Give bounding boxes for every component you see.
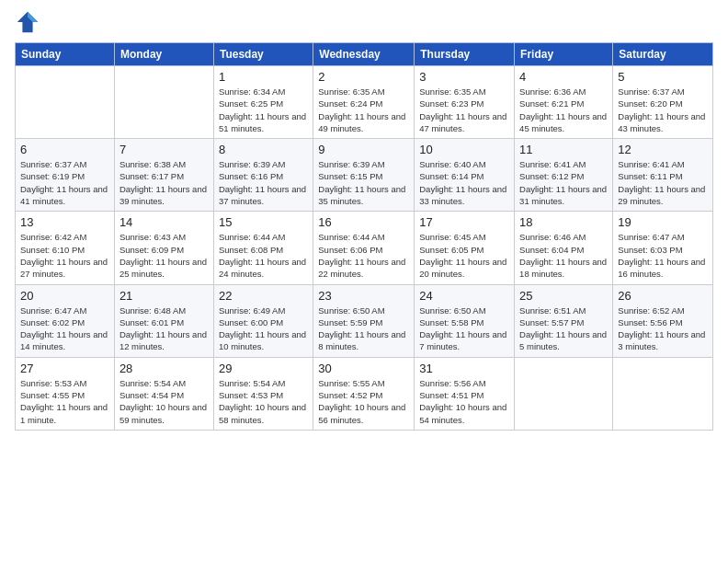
day-info: Sunrise: 6:34 AM Sunset: 6:25 PM Dayligh…: [219, 86, 308, 134]
calendar-table: SundayMondayTuesdayWednesdayThursdayFrid…: [15, 42, 713, 431]
day-info: Sunrise: 6:36 AM Sunset: 6:21 PM Dayligh…: [519, 86, 608, 134]
day-number: 18: [519, 215, 608, 229]
weekday-header: Monday: [114, 43, 213, 66]
weekday-header: Thursday: [415, 43, 515, 66]
day-info: Sunrise: 6:50 AM Sunset: 5:58 PM Dayligh…: [419, 304, 509, 353]
day-info: Sunrise: 6:35 AM Sunset: 6:24 PM Dayligh…: [318, 86, 409, 134]
calendar-cell: [613, 357, 713, 430]
calendar-cell: 25Sunrise: 6:51 AM Sunset: 5:57 PM Dayli…: [515, 284, 613, 357]
day-number: 9: [318, 143, 409, 156]
calendar-cell: 28Sunrise: 5:54 AM Sunset: 4:54 PM Dayli…: [114, 357, 213, 430]
day-number: 28: [119, 362, 209, 375]
calendar-week-row: 1Sunrise: 6:34 AM Sunset: 6:25 PM Daylig…: [16, 66, 713, 139]
weekday-header: Tuesday: [213, 43, 313, 66]
calendar-cell: 15Sunrise: 6:44 AM Sunset: 6:08 PM Dayli…: [213, 212, 313, 284]
day-number: 4: [519, 70, 608, 84]
weekday-header: Wednesday: [313, 43, 415, 66]
day-info: Sunrise: 5:56 AM Sunset: 4:51 PM Dayligh…: [419, 377, 509, 426]
calendar-cell: 29Sunrise: 5:54 AM Sunset: 4:53 PM Dayli…: [213, 357, 313, 430]
day-number: 19: [618, 215, 708, 229]
day-info: Sunrise: 6:35 AM Sunset: 6:23 PM Dayligh…: [419, 86, 509, 134]
day-number: 22: [219, 289, 308, 303]
day-number: 11: [519, 143, 608, 156]
day-number: 29: [219, 362, 308, 375]
calendar-cell: 11Sunrise: 6:41 AM Sunset: 6:12 PM Dayli…: [515, 139, 613, 212]
day-info: Sunrise: 6:49 AM Sunset: 6:00 PM Dayligh…: [219, 304, 308, 353]
day-info: Sunrise: 6:42 AM Sunset: 6:10 PM Dayligh…: [20, 231, 109, 280]
day-number: 1: [219, 70, 308, 84]
day-number: 14: [119, 215, 209, 229]
calendar-cell: 31Sunrise: 5:56 AM Sunset: 4:51 PM Dayli…: [415, 357, 515, 430]
day-number: 21: [119, 289, 209, 303]
day-info: Sunrise: 6:39 AM Sunset: 6:15 PM Dayligh…: [318, 158, 409, 207]
day-number: 10: [419, 143, 509, 156]
calendar-cell: 30Sunrise: 5:55 AM Sunset: 4:52 PM Dayli…: [313, 357, 415, 430]
day-number: 7: [119, 143, 209, 156]
calendar-cell: 20Sunrise: 6:47 AM Sunset: 6:02 PM Dayli…: [16, 284, 115, 357]
day-info: Sunrise: 6:41 AM Sunset: 6:11 PM Dayligh…: [618, 158, 708, 207]
calendar-cell: 27Sunrise: 5:53 AM Sunset: 4:55 PM Dayli…: [16, 357, 115, 430]
day-number: 12: [618, 143, 708, 156]
calendar-week-row: 20Sunrise: 6:47 AM Sunset: 6:02 PM Dayli…: [16, 284, 713, 357]
calendar-cell: [515, 357, 613, 430]
day-info: Sunrise: 6:44 AM Sunset: 6:08 PM Dayligh…: [219, 231, 308, 280]
calendar-cell: 8Sunrise: 6:39 AM Sunset: 6:16 PM Daylig…: [213, 139, 313, 212]
day-info: Sunrise: 6:37 AM Sunset: 6:20 PM Dayligh…: [618, 86, 708, 134]
day-info: Sunrise: 6:37 AM Sunset: 6:19 PM Dayligh…: [20, 158, 109, 207]
weekday-header: Friday: [515, 43, 613, 66]
logo: [15, 9, 44, 35]
logo-icon: [15, 9, 40, 35]
calendar-cell: 9Sunrise: 6:39 AM Sunset: 6:15 PM Daylig…: [313, 139, 415, 212]
day-info: Sunrise: 6:46 AM Sunset: 6:04 PM Dayligh…: [519, 231, 608, 280]
day-info: Sunrise: 6:40 AM Sunset: 6:14 PM Dayligh…: [419, 158, 509, 207]
weekday-header: Sunday: [16, 43, 115, 66]
day-info: Sunrise: 5:55 AM Sunset: 4:52 PM Dayligh…: [318, 377, 409, 426]
day-number: 2: [318, 70, 409, 84]
calendar-cell: 6Sunrise: 6:37 AM Sunset: 6:19 PM Daylig…: [16, 139, 115, 212]
day-number: 3: [419, 70, 509, 84]
day-info: Sunrise: 6:39 AM Sunset: 6:16 PM Dayligh…: [219, 158, 308, 207]
calendar-cell: 24Sunrise: 6:50 AM Sunset: 5:58 PM Dayli…: [415, 284, 515, 357]
calendar-cell: [16, 66, 115, 139]
day-number: 20: [20, 289, 109, 303]
calendar-cell: 12Sunrise: 6:41 AM Sunset: 6:11 PM Dayli…: [613, 139, 713, 212]
day-number: 23: [318, 289, 409, 303]
calendar-cell: 19Sunrise: 6:47 AM Sunset: 6:03 PM Dayli…: [613, 212, 713, 284]
day-number: 24: [419, 289, 509, 303]
day-info: Sunrise: 6:52 AM Sunset: 5:56 PM Dayligh…: [618, 304, 708, 353]
day-info: Sunrise: 5:54 AM Sunset: 4:54 PM Dayligh…: [119, 377, 209, 426]
day-info: Sunrise: 5:53 AM Sunset: 4:55 PM Dayligh…: [20, 377, 109, 426]
day-number: 25: [519, 289, 608, 303]
day-number: 26: [618, 289, 708, 303]
calendar-cell: 7Sunrise: 6:38 AM Sunset: 6:17 PM Daylig…: [114, 139, 213, 212]
calendar-cell: 21Sunrise: 6:48 AM Sunset: 6:01 PM Dayli…: [114, 284, 213, 357]
calendar-cell: 1Sunrise: 6:34 AM Sunset: 6:25 PM Daylig…: [213, 66, 313, 139]
day-info: Sunrise: 6:48 AM Sunset: 6:01 PM Dayligh…: [119, 304, 209, 353]
page: SundayMondayTuesdayWednesdayThursdayFrid…: [0, 0, 728, 563]
calendar-cell: 10Sunrise: 6:40 AM Sunset: 6:14 PM Dayli…: [415, 139, 515, 212]
calendar-cell: 4Sunrise: 6:36 AM Sunset: 6:21 PM Daylig…: [515, 66, 613, 139]
calendar-cell: 18Sunrise: 6:46 AM Sunset: 6:04 PM Dayli…: [515, 212, 613, 284]
day-info: Sunrise: 6:41 AM Sunset: 6:12 PM Dayligh…: [519, 158, 608, 207]
calendar-week-row: 6Sunrise: 6:37 AM Sunset: 6:19 PM Daylig…: [16, 139, 713, 212]
day-info: Sunrise: 6:38 AM Sunset: 6:17 PM Dayligh…: [119, 158, 209, 207]
day-number: 31: [419, 362, 509, 375]
calendar-cell: 26Sunrise: 6:52 AM Sunset: 5:56 PM Dayli…: [613, 284, 713, 357]
day-number: 16: [318, 215, 409, 229]
calendar-cell: 3Sunrise: 6:35 AM Sunset: 6:23 PM Daylig…: [415, 66, 515, 139]
calendar-cell: 23Sunrise: 6:50 AM Sunset: 5:59 PM Dayli…: [313, 284, 415, 357]
calendar-header-row: SundayMondayTuesdayWednesdayThursdayFrid…: [16, 43, 713, 66]
day-number: 15: [219, 215, 308, 229]
calendar-cell: [114, 66, 213, 139]
day-number: 6: [20, 143, 109, 156]
calendar-week-row: 27Sunrise: 5:53 AM Sunset: 4:55 PM Dayli…: [16, 357, 713, 430]
day-number: 5: [618, 70, 708, 84]
calendar-cell: 17Sunrise: 6:45 AM Sunset: 6:05 PM Dayli…: [415, 212, 515, 284]
day-info: Sunrise: 6:47 AM Sunset: 6:02 PM Dayligh…: [20, 304, 109, 353]
calendar-cell: 5Sunrise: 6:37 AM Sunset: 6:20 PM Daylig…: [613, 66, 713, 139]
day-number: 27: [20, 362, 109, 375]
calendar-cell: 13Sunrise: 6:42 AM Sunset: 6:10 PM Dayli…: [16, 212, 115, 284]
day-number: 17: [419, 215, 509, 229]
calendar-week-row: 13Sunrise: 6:42 AM Sunset: 6:10 PM Dayli…: [16, 212, 713, 284]
day-info: Sunrise: 6:47 AM Sunset: 6:03 PM Dayligh…: [618, 231, 708, 280]
